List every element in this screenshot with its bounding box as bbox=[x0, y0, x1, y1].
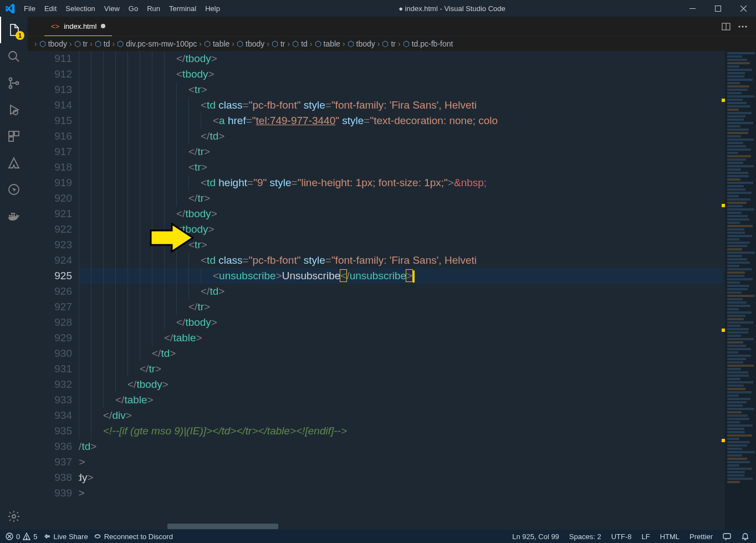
editor[interactable]: 9119129139149159169179189199209219229239… bbox=[28, 51, 756, 530]
status-ln-col[interactable]: Ln 925, Col 99 bbox=[512, 532, 559, 541]
code-area[interactable]: </tbody><tbody><tr><td class="pc-fb-font… bbox=[79, 51, 723, 530]
split-editor-icon[interactable] bbox=[722, 22, 731, 31]
status-language[interactable]: HTML bbox=[660, 532, 680, 541]
menu-edit[interactable]: Edit bbox=[40, 0, 61, 17]
live-share-icon[interactable] bbox=[0, 176, 28, 203]
search-icon[interactable] bbox=[0, 43, 28, 70]
breadcrumb[interactable]: ›⬡tbody›⬡tr›⬡td›⬡div.pc-sm-mw-100pc›⬡tab… bbox=[28, 37, 756, 51]
minimap[interactable] bbox=[725, 51, 756, 530]
vscode-logo-icon bbox=[0, 0, 19, 17]
svg-point-20 bbox=[742, 25, 744, 27]
status-live-share[interactable]: Live Share bbox=[43, 532, 88, 541]
svg-point-4 bbox=[9, 86, 12, 89]
minimize-icon[interactable] bbox=[680, 0, 705, 17]
menu-view[interactable]: View bbox=[100, 0, 124, 17]
status-problems[interactable]: 0 5 bbox=[6, 532, 37, 541]
window-title: ● index.html - Visual Studio Code bbox=[224, 4, 680, 13]
svg-rect-7 bbox=[9, 131, 13, 136]
svg-rect-14 bbox=[11, 213, 13, 214]
svg-rect-15 bbox=[13, 213, 15, 214]
explorer-icon[interactable]: 1 bbox=[0, 17, 28, 43]
status-discord[interactable]: Reconnect to Discord bbox=[94, 532, 173, 541]
svg-point-16 bbox=[12, 515, 16, 518]
modified-indicator-icon bbox=[101, 24, 105, 28]
activity-bar: 1 bbox=[0, 17, 28, 530]
azure-icon[interactable] bbox=[0, 150, 28, 176]
extensions-icon[interactable] bbox=[0, 123, 28, 150]
menu-bar: File Edit Selection View Go Run Terminal… bbox=[19, 0, 224, 17]
line-number-gutter: 9119129139149159169179189199209219229239… bbox=[28, 51, 79, 530]
more-actions-icon[interactable] bbox=[738, 25, 747, 28]
svg-rect-9 bbox=[9, 137, 13, 141]
menu-file[interactable]: File bbox=[19, 0, 40, 17]
menu-selection[interactable]: Selection bbox=[61, 0, 99, 17]
svg-point-2 bbox=[9, 52, 17, 59]
svg-rect-11 bbox=[9, 215, 11, 217]
status-formatter[interactable]: Prettier bbox=[689, 532, 713, 541]
status-eol[interactable]: LF bbox=[642, 532, 650, 541]
svg-rect-8 bbox=[14, 131, 19, 136]
menu-help[interactable]: Help bbox=[201, 0, 224, 17]
menu-run[interactable]: Run bbox=[142, 0, 165, 17]
svg-point-24 bbox=[27, 538, 27, 539]
tab-index-html[interactable]: <> index.html bbox=[44, 17, 112, 36]
close-icon[interactable] bbox=[731, 0, 756, 17]
svg-rect-25 bbox=[723, 534, 731, 539]
maximize-icon[interactable] bbox=[705, 0, 731, 17]
menu-go[interactable]: Go bbox=[124, 0, 142, 17]
svg-rect-0 bbox=[689, 8, 696, 9]
svg-point-21 bbox=[745, 25, 747, 27]
svg-point-19 bbox=[739, 25, 740, 27]
html-file-icon: <> bbox=[51, 22, 59, 30]
tab-label: index.html bbox=[64, 22, 96, 30]
svg-rect-12 bbox=[11, 215, 13, 217]
horizontal-scrollbar[interactable] bbox=[79, 523, 723, 530]
svg-point-3 bbox=[9, 78, 12, 81]
status-feedback-icon[interactable] bbox=[723, 532, 731, 541]
explorer-badge: 1 bbox=[16, 31, 24, 40]
svg-rect-1 bbox=[715, 6, 721, 11]
tab-bar: <> index.html bbox=[28, 17, 756, 37]
settings-gear-icon[interactable] bbox=[0, 503, 28, 530]
status-bell-icon[interactable] bbox=[741, 532, 749, 541]
title-bar: File Edit Selection View Go Run Terminal… bbox=[0, 0, 756, 17]
status-encoding[interactable]: UTF-8 bbox=[611, 532, 632, 541]
svg-point-5 bbox=[16, 82, 19, 85]
docker-icon[interactable] bbox=[0, 203, 28, 229]
menu-terminal[interactable]: Terminal bbox=[165, 0, 201, 17]
run-debug-icon[interactable] bbox=[0, 96, 28, 123]
status-spaces[interactable]: Spaces: 2 bbox=[569, 532, 601, 541]
source-control-icon[interactable] bbox=[0, 70, 28, 96]
status-bar: 0 5 Live Share Reconnect to Discord Ln 9… bbox=[0, 530, 756, 543]
